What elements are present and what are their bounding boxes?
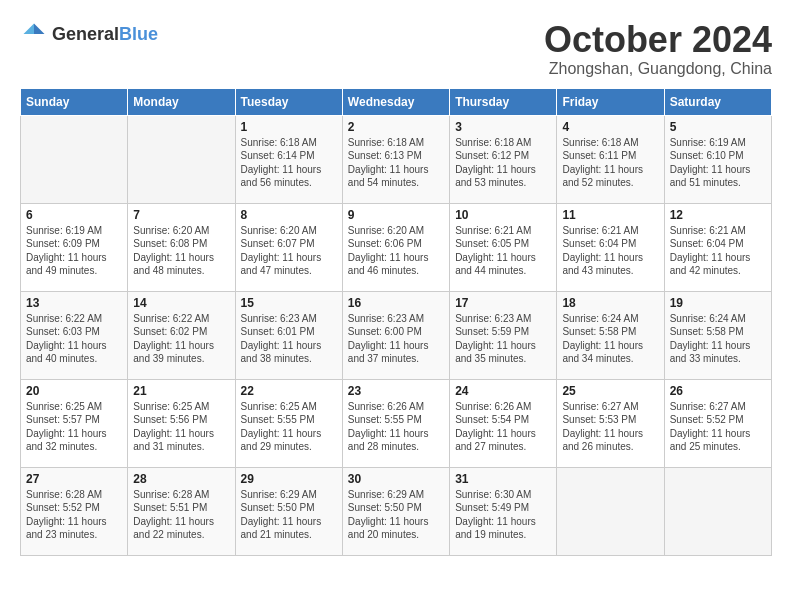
day-info: Sunrise: 6:18 AM Sunset: 6:14 PM Dayligh… [241, 136, 337, 190]
calendar-cell [21, 115, 128, 203]
day-info: Sunrise: 6:25 AM Sunset: 5:56 PM Dayligh… [133, 400, 229, 454]
day-info: Sunrise: 6:21 AM Sunset: 6:05 PM Dayligh… [455, 224, 551, 278]
weekday-header-friday: Friday [557, 88, 664, 115]
day-number: 21 [133, 384, 229, 398]
calendar-cell: 28Sunrise: 6:28 AM Sunset: 5:51 PM Dayli… [128, 467, 235, 555]
day-number: 1 [241, 120, 337, 134]
calendar-cell: 16Sunrise: 6:23 AM Sunset: 6:00 PM Dayli… [342, 291, 449, 379]
svg-marker-1 [24, 24, 35, 35]
day-info: Sunrise: 6:23 AM Sunset: 6:01 PM Dayligh… [241, 312, 337, 366]
calendar-cell: 14Sunrise: 6:22 AM Sunset: 6:02 PM Dayli… [128, 291, 235, 379]
calendar-cell: 10Sunrise: 6:21 AM Sunset: 6:05 PM Dayli… [450, 203, 557, 291]
day-info: Sunrise: 6:22 AM Sunset: 6:02 PM Dayligh… [133, 312, 229, 366]
day-info: Sunrise: 6:25 AM Sunset: 5:55 PM Dayligh… [241, 400, 337, 454]
month-title: October 2024 [544, 20, 772, 60]
day-info: Sunrise: 6:29 AM Sunset: 5:50 PM Dayligh… [348, 488, 444, 542]
day-number: 8 [241, 208, 337, 222]
calendar-week-4: 20Sunrise: 6:25 AM Sunset: 5:57 PM Dayli… [21, 379, 772, 467]
calendar-cell: 25Sunrise: 6:27 AM Sunset: 5:53 PM Dayli… [557, 379, 664, 467]
weekday-header-tuesday: Tuesday [235, 88, 342, 115]
day-number: 9 [348, 208, 444, 222]
calendar-cell: 3Sunrise: 6:18 AM Sunset: 6:12 PM Daylig… [450, 115, 557, 203]
weekday-header-monday: Monday [128, 88, 235, 115]
day-number: 15 [241, 296, 337, 310]
weekday-header-saturday: Saturday [664, 88, 771, 115]
day-info: Sunrise: 6:24 AM Sunset: 5:58 PM Dayligh… [670, 312, 766, 366]
day-number: 10 [455, 208, 551, 222]
weekday-header-wednesday: Wednesday [342, 88, 449, 115]
calendar-cell: 11Sunrise: 6:21 AM Sunset: 6:04 PM Dayli… [557, 203, 664, 291]
day-info: Sunrise: 6:28 AM Sunset: 5:51 PM Dayligh… [133, 488, 229, 542]
calendar-cell: 13Sunrise: 6:22 AM Sunset: 6:03 PM Dayli… [21, 291, 128, 379]
day-number: 20 [26, 384, 122, 398]
title-block: October 2024 Zhongshan, Guangdong, China [544, 20, 772, 78]
day-number: 31 [455, 472, 551, 486]
day-number: 30 [348, 472, 444, 486]
calendar-cell: 21Sunrise: 6:25 AM Sunset: 5:56 PM Dayli… [128, 379, 235, 467]
calendar-week-3: 13Sunrise: 6:22 AM Sunset: 6:03 PM Dayli… [21, 291, 772, 379]
calendar-cell [128, 115, 235, 203]
day-number: 17 [455, 296, 551, 310]
day-number: 6 [26, 208, 122, 222]
day-number: 27 [26, 472, 122, 486]
day-info: Sunrise: 6:18 AM Sunset: 6:12 PM Dayligh… [455, 136, 551, 190]
calendar-cell: 23Sunrise: 6:26 AM Sunset: 5:55 PM Dayli… [342, 379, 449, 467]
calendar-cell: 19Sunrise: 6:24 AM Sunset: 5:58 PM Dayli… [664, 291, 771, 379]
day-info: Sunrise: 6:18 AM Sunset: 6:13 PM Dayligh… [348, 136, 444, 190]
calendar-cell: 31Sunrise: 6:30 AM Sunset: 5:49 PM Dayli… [450, 467, 557, 555]
calendar-cell: 7Sunrise: 6:20 AM Sunset: 6:08 PM Daylig… [128, 203, 235, 291]
day-number: 4 [562, 120, 658, 134]
day-info: Sunrise: 6:29 AM Sunset: 5:50 PM Dayligh… [241, 488, 337, 542]
logo-text-general: General [52, 24, 119, 44]
day-number: 11 [562, 208, 658, 222]
day-number: 24 [455, 384, 551, 398]
day-number: 16 [348, 296, 444, 310]
calendar-cell: 1Sunrise: 6:18 AM Sunset: 6:14 PM Daylig… [235, 115, 342, 203]
calendar-cell: 17Sunrise: 6:23 AM Sunset: 5:59 PM Dayli… [450, 291, 557, 379]
day-info: Sunrise: 6:22 AM Sunset: 6:03 PM Dayligh… [26, 312, 122, 366]
day-number: 5 [670, 120, 766, 134]
calendar-cell: 20Sunrise: 6:25 AM Sunset: 5:57 PM Dayli… [21, 379, 128, 467]
day-number: 12 [670, 208, 766, 222]
calendar-week-1: 1Sunrise: 6:18 AM Sunset: 6:14 PM Daylig… [21, 115, 772, 203]
day-number: 28 [133, 472, 229, 486]
calendar-cell [664, 467, 771, 555]
day-info: Sunrise: 6:21 AM Sunset: 6:04 PM Dayligh… [562, 224, 658, 278]
calendar-cell: 18Sunrise: 6:24 AM Sunset: 5:58 PM Dayli… [557, 291, 664, 379]
calendar-cell: 4Sunrise: 6:18 AM Sunset: 6:11 PM Daylig… [557, 115, 664, 203]
weekday-header-sunday: Sunday [21, 88, 128, 115]
calendar-cell [557, 467, 664, 555]
day-number: 13 [26, 296, 122, 310]
day-number: 3 [455, 120, 551, 134]
day-number: 22 [241, 384, 337, 398]
day-info: Sunrise: 6:27 AM Sunset: 5:53 PM Dayligh… [562, 400, 658, 454]
calendar-cell: 30Sunrise: 6:29 AM Sunset: 5:50 PM Dayli… [342, 467, 449, 555]
calendar-cell: 22Sunrise: 6:25 AM Sunset: 5:55 PM Dayli… [235, 379, 342, 467]
calendar-cell: 2Sunrise: 6:18 AM Sunset: 6:13 PM Daylig… [342, 115, 449, 203]
calendar-cell: 27Sunrise: 6:28 AM Sunset: 5:52 PM Dayli… [21, 467, 128, 555]
weekday-row: SundayMondayTuesdayWednesdayThursdayFrid… [21, 88, 772, 115]
day-number: 18 [562, 296, 658, 310]
day-info: Sunrise: 6:27 AM Sunset: 5:52 PM Dayligh… [670, 400, 766, 454]
day-number: 25 [562, 384, 658, 398]
day-info: Sunrise: 6:23 AM Sunset: 5:59 PM Dayligh… [455, 312, 551, 366]
calendar-cell: 5Sunrise: 6:19 AM Sunset: 6:10 PM Daylig… [664, 115, 771, 203]
day-info: Sunrise: 6:24 AM Sunset: 5:58 PM Dayligh… [562, 312, 658, 366]
day-number: 7 [133, 208, 229, 222]
day-info: Sunrise: 6:19 AM Sunset: 6:09 PM Dayligh… [26, 224, 122, 278]
day-info: Sunrise: 6:28 AM Sunset: 5:52 PM Dayligh… [26, 488, 122, 542]
calendar-cell: 15Sunrise: 6:23 AM Sunset: 6:01 PM Dayli… [235, 291, 342, 379]
weekday-header-thursday: Thursday [450, 88, 557, 115]
day-info: Sunrise: 6:20 AM Sunset: 6:06 PM Dayligh… [348, 224, 444, 278]
calendar-cell: 26Sunrise: 6:27 AM Sunset: 5:52 PM Dayli… [664, 379, 771, 467]
day-number: 2 [348, 120, 444, 134]
day-info: Sunrise: 6:26 AM Sunset: 5:55 PM Dayligh… [348, 400, 444, 454]
day-info: Sunrise: 6:19 AM Sunset: 6:10 PM Dayligh… [670, 136, 766, 190]
calendar-cell: 24Sunrise: 6:26 AM Sunset: 5:54 PM Dayli… [450, 379, 557, 467]
logo: GeneralBlue [20, 20, 158, 48]
day-number: 14 [133, 296, 229, 310]
day-number: 29 [241, 472, 337, 486]
day-number: 26 [670, 384, 766, 398]
calendar-cell: 9Sunrise: 6:20 AM Sunset: 6:06 PM Daylig… [342, 203, 449, 291]
day-number: 19 [670, 296, 766, 310]
